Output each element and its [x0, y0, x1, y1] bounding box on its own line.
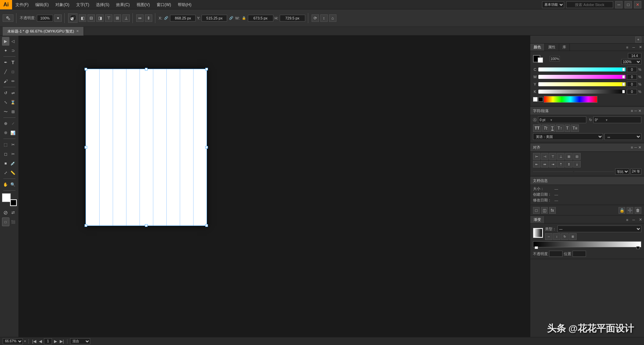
- align-top-btn[interactable]: ⊥: [557, 153, 565, 160]
- regular-btn[interactable]: T: [565, 125, 570, 132]
- italic-btn[interactable]: Tt: [542, 125, 549, 132]
- align-right-btn[interactable]: ⊤: [549, 153, 556, 160]
- panel-menu-btn[interactable]: ≡: [624, 45, 630, 49]
- color-spectrum[interactable]: [544, 96, 597, 103]
- align-center-icon[interactable]: ⊟: [88, 14, 95, 22]
- page-input[interactable]: [44, 338, 52, 344]
- document-tab[interactable]: 未标题-1 * @ 66.67% (CMYK/GPU 预览) ✕: [3, 27, 84, 36]
- dist-bottom-btn[interactable]: ⇣: [573, 161, 581, 167]
- gradient-panel-min[interactable]: ─: [630, 218, 637, 222]
- panel-collapse-btn[interactable]: «: [635, 37, 641, 43]
- zoom-tool[interactable]: 🔍: [9, 180, 17, 189]
- shear-tool[interactable]: ⌛: [9, 98, 17, 107]
- appear-icon-6[interactable]: 🗑: [635, 207, 641, 214]
- appear-icon-2[interactable]: ◫: [541, 207, 548, 214]
- superscript-btn[interactable]: T↑: [556, 125, 564, 132]
- reflect-tool[interactable]: ⇌: [9, 89, 17, 97]
- y-slider[interactable]: [538, 82, 626, 86]
- spacing-value-input[interactable]: [631, 168, 641, 175]
- lasso-tool[interactable]: ⊃: [9, 46, 17, 55]
- m-slider[interactable]: [538, 75, 626, 79]
- c-slider[interactable]: [538, 67, 626, 71]
- hand-tool[interactable]: ✋: [2, 180, 9, 189]
- magic-wand-tool[interactable]: ✦: [2, 46, 9, 55]
- maximize-button[interactable]: □: [625, 1, 632, 8]
- grad-icon-2[interactable]: ↕: [553, 233, 560, 240]
- free-transform-tool[interactable]: ⊞: [9, 107, 17, 116]
- font-size-input[interactable]: [540, 118, 550, 122]
- menu-window[interactable]: 窗口(W): [153, 0, 174, 9]
- x-input[interactable]: 868.25 px: [170, 15, 196, 21]
- rect-tool[interactable]: □: [9, 67, 17, 76]
- bold-btn[interactable]: TT: [533, 125, 541, 132]
- paintbrush-tool[interactable]: 🖌: [2, 77, 9, 86]
- transform-icon[interactable]: ⟳: [312, 14, 319, 22]
- grad-location-input[interactable]: [573, 251, 586, 257]
- eyedropper-tool[interactable]: 💉: [9, 159, 17, 168]
- align-panel-header[interactable]: 对齐 ≡ ─ ✕: [530, 144, 644, 152]
- screen-mode-full[interactable]: ⬛: [9, 217, 17, 226]
- align-close[interactable]: ✕: [638, 145, 641, 150]
- stroke-swatch[interactable]: [538, 57, 543, 63]
- handle-left-mid[interactable]: [85, 146, 87, 149]
- gradient-stop-2[interactable]: [636, 246, 640, 249]
- gradient-panel-close[interactable]: ✕: [637, 217, 644, 222]
- align-bottom-btn[interactable]: ⊟: [573, 153, 581, 160]
- gradient-type-select[interactable]: — 线性渐变 径向渐变: [557, 226, 641, 232]
- dist-right-btn[interactable]: ⇥: [549, 161, 556, 167]
- workspace-selector[interactable]: 基本功能: [542, 1, 564, 8]
- appear-icon-4[interactable]: 🔒: [619, 207, 625, 214]
- align-top-icon[interactable]: ⊤: [105, 14, 112, 22]
- menu-select[interactable]: 选择(S): [93, 0, 113, 9]
- language-select[interactable]: 英语：美国: [533, 133, 603, 140]
- equal-ratio-select[interactable]: 等比: [615, 168, 629, 175]
- w-input[interactable]: 673.5 px: [248, 15, 273, 21]
- appear-icon-1[interactable]: □: [533, 207, 540, 214]
- align-left-btn[interactable]: ⊢: [533, 153, 540, 160]
- slice-tool[interactable]: ✂: [9, 140, 17, 149]
- eraser-tool[interactable]: ◻: [2, 150, 9, 158]
- grad-icon-4[interactable]: ⊞: [569, 233, 577, 240]
- handle-bottom-mid[interactable]: [145, 224, 148, 227]
- underline-btn[interactable]: T̲: [549, 125, 555, 132]
- align-left-icon[interactable]: ◧: [79, 14, 86, 22]
- panel-minimize-btn[interactable]: ─: [630, 45, 637, 49]
- align-bottom-icon[interactable]: ⊥: [122, 14, 130, 22]
- grad-opacity-input[interactable]: [549, 251, 562, 257]
- menu-text[interactable]: 文字(T): [73, 0, 93, 9]
- transparency-input[interactable]: [37, 15, 53, 21]
- warp-tool[interactable]: 〜: [2, 107, 9, 116]
- pen-tool[interactable]: ✒: [2, 58, 9, 67]
- appear-icon-5[interactable]: ➕: [627, 207, 633, 214]
- handle-top-mid[interactable]: [145, 68, 148, 70]
- white-swatch[interactable]: [533, 97, 538, 102]
- dist-v-btn[interactable]: ⇕: [565, 161, 573, 167]
- black-swatch[interactable]: [538, 97, 543, 102]
- menu-effect[interactable]: 效果(C): [113, 0, 133, 9]
- align-v-center-btn[interactable]: ⊞: [565, 153, 573, 160]
- selection-tool[interactable]: ▶: [2, 37, 9, 46]
- color-side-input[interactable]: [628, 53, 641, 58]
- page-next-btn[interactable]: ▶: [53, 339, 58, 344]
- grad-icon-3[interactable]: ↻: [561, 233, 569, 240]
- gradient-bar[interactable]: [533, 241, 641, 247]
- color-opacity-select[interactable]: 100%: [621, 59, 641, 64]
- aa-select[interactable]: ₐₐ: [604, 133, 641, 140]
- distribute-v-icon[interactable]: ⇕: [145, 14, 152, 22]
- library-panel-tab[interactable]: 库: [559, 44, 570, 51]
- transparency-arrow[interactable]: ▾: [54, 14, 62, 22]
- menu-edit[interactable]: 编辑(E): [32, 0, 52, 9]
- align-h-center-btn[interactable]: ⊣: [541, 153, 548, 160]
- blend-tool[interactable]: ⤢: [2, 168, 9, 177]
- m-value-input[interactable]: [627, 74, 637, 80]
- y-input[interactable]: 515.25 px: [202, 15, 227, 21]
- reflect-icon[interactable]: ↕: [320, 14, 328, 22]
- dist-left-btn[interactable]: ⇤: [533, 161, 540, 167]
- k-slider[interactable]: [538, 90, 626, 94]
- type-tool[interactable]: T: [9, 58, 17, 67]
- char-panel-menu[interactable]: ≡: [631, 109, 633, 113]
- handle-top-right[interactable]: [205, 68, 208, 70]
- color-opacity-input[interactable]: [550, 56, 560, 61]
- align-min[interactable]: ─: [634, 145, 637, 150]
- gradient-swatch[interactable]: [533, 228, 543, 238]
